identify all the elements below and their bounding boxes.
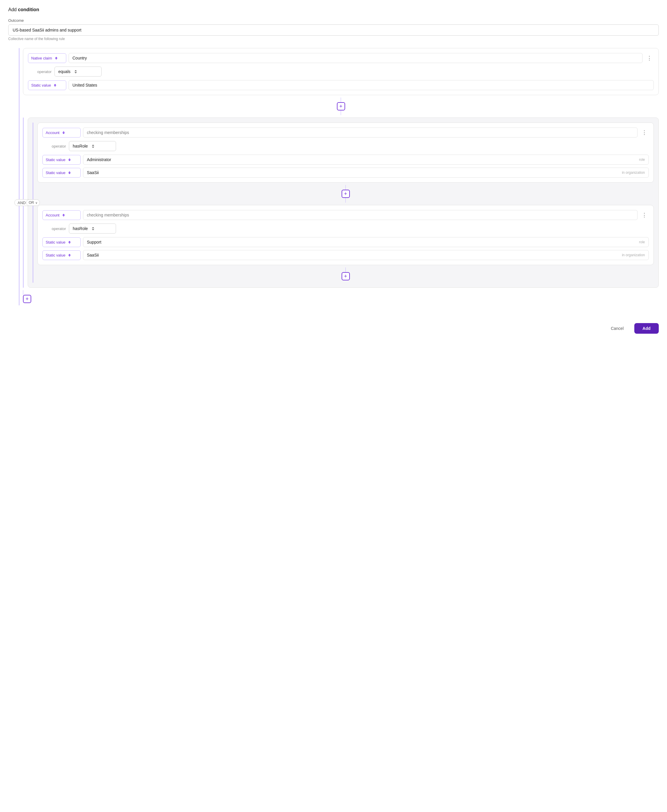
rule3-type-arrows (62, 214, 65, 216)
rule2-value2-type-arrows (68, 171, 71, 174)
rule2-operator-select[interactable]: hasRole (69, 141, 116, 151)
rule2-operator-label: operator (48, 144, 66, 148)
rule1-field-input[interactable] (69, 53, 642, 63)
rule3-value2-type-arrows (68, 254, 71, 257)
rule2-operator-value: hasRole (73, 144, 88, 148)
connector-bottom: + (23, 288, 659, 306)
rule3-value2-wrapper: in organization (83, 250, 649, 260)
rule1-value-input[interactable] (73, 83, 650, 88)
connector-3: + (37, 265, 654, 283)
rule2-value2-type-label: Static value (46, 171, 65, 175)
rule1-value-wrapper (69, 80, 654, 90)
rule3-type-label: Account (46, 213, 60, 218)
rule3-operator-arrows (92, 227, 94, 230)
rule2-value1-type-select[interactable]: Static value (42, 155, 81, 164)
rule3-operator-value: hasRole (73, 226, 88, 231)
rule1-operator-label: operator (34, 70, 51, 74)
outcome-label: Outcome (8, 18, 659, 23)
page-title: Add condition (8, 7, 659, 12)
rule2-value2-input[interactable] (87, 170, 622, 175)
footer: Cancel Add (8, 317, 659, 334)
or-badge[interactable]: OR ∨ (26, 199, 40, 206)
rule3-operator-label: operator (48, 226, 66, 231)
rule2-value1-wrapper: role (83, 154, 649, 164)
rule2-operator-arrows (92, 144, 94, 148)
rule2-value2-wrapper: in organization (83, 168, 649, 178)
rule3-value2-type-label: Static value (46, 253, 65, 257)
rule1-type-select[interactable]: Native claim (28, 53, 66, 63)
add-condition-btn-2[interactable]: + (342, 190, 350, 198)
add-condition-btn-1[interactable]: + (337, 102, 345, 110)
or-chevron: ∨ (35, 201, 37, 204)
rule-block-2: Account ⋮ operator (37, 123, 654, 183)
rule2-type-arrows (62, 131, 65, 134)
rule3-value1-wrapper: role (83, 237, 649, 247)
cancel-button[interactable]: Cancel (604, 323, 631, 334)
rule2-value1-type-arrows (68, 158, 71, 161)
rule2-type-select[interactable]: Account (42, 128, 81, 138)
rule3-value1-hint: role (639, 240, 645, 244)
outcome-hint: Collective name of the following rule (8, 37, 659, 41)
rule3-type-select[interactable]: Account (42, 210, 81, 220)
connector-1: + (23, 95, 659, 118)
rule1-type-label: Native claim (31, 56, 52, 60)
connector-2: + (37, 183, 654, 205)
rule2-value1-type-label: Static value (46, 158, 65, 162)
rule3-value2-type-select[interactable]: Static value (42, 250, 81, 260)
rule1-type-arrows (55, 57, 57, 60)
rule2-field-input[interactable] (83, 128, 637, 138)
rule1-operator-select[interactable]: equals (55, 66, 101, 76)
rule1-value-type-label: Static value (31, 83, 51, 88)
rule3-value1-type-select[interactable]: Static value (42, 237, 81, 247)
rule3-value1-type-arrows (68, 241, 71, 244)
rule2-type-label: Account (46, 131, 60, 135)
rule3-value1-type-label: Static value (46, 240, 65, 244)
rule2-value2-hint: in organization (622, 171, 645, 174)
rule3-value2-hint: in organization (622, 253, 645, 257)
rule3-value2-input[interactable] (87, 253, 622, 257)
rule1-operator-value: equals (58, 69, 70, 74)
rule3-more-menu[interactable]: ⋮ (640, 211, 649, 219)
rule1-more-menu[interactable]: ⋮ (645, 54, 654, 62)
rule-block-1: Native claim ⋮ operator equals (23, 48, 659, 95)
add-group-btn[interactable]: + (23, 295, 31, 303)
add-button[interactable]: Add (634, 323, 659, 334)
rule2-value1-hint: role (639, 158, 645, 162)
rule3-operator-select[interactable]: hasRole (69, 224, 116, 234)
rule-block-3: Account ⋮ operator (37, 205, 654, 265)
rule3-value1-input[interactable] (87, 240, 639, 244)
rule2-more-menu[interactable]: ⋮ (640, 129, 649, 136)
add-condition-btn-3[interactable]: + (342, 272, 350, 281)
rule2-value1-input[interactable] (87, 157, 639, 162)
rule1-value-type-select[interactable]: Static value (28, 80, 66, 90)
rule3-field-input[interactable] (83, 210, 637, 220)
rule1-operator-arrows (75, 70, 77, 73)
rule2-value2-type-select[interactable]: Static value (42, 168, 81, 178)
rule1-value-type-arrows (54, 84, 56, 86)
outcome-input[interactable] (8, 25, 659, 36)
